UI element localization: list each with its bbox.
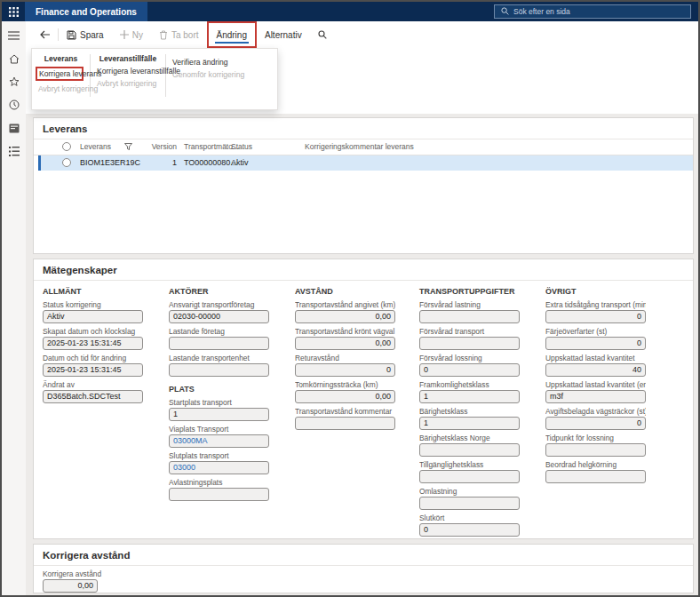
field-input[interactable] (295, 417, 395, 430)
field-input[interactable]: 2025-01-23 15:31:45 (43, 337, 143, 350)
field-input[interactable]: 1 (419, 417, 520, 430)
navigation-list-icon[interactable] (8, 145, 20, 157)
field-input[interactable]: 1 (169, 408, 269, 421)
field-input[interactable] (169, 488, 269, 501)
menu-group-header: Leveranstillfälle (97, 54, 159, 63)
field-input[interactable] (545, 443, 646, 457)
field-input[interactable]: 0,00 (295, 310, 395, 323)
field-group-header: AVSTÅND (295, 287, 395, 296)
home-icon[interactable] (8, 52, 20, 65)
menu-item-genomför-korrigering: Genomför korrigering (172, 70, 271, 79)
tab-ändring[interactable]: Ändring (207, 21, 257, 48)
table-row[interactable]: BIOM1E3ER19C1TO00000080...Aktiv (38, 155, 693, 171)
field-input[interactable] (169, 363, 269, 377)
korrigera-avstand-section: Korrigera avstånd Korrigera avstånd 0,00 (33, 544, 694, 593)
field-input[interactable]: 0 (295, 363, 395, 377)
mategenskaper-form: ALLMÄNTStatus korrigeringAktivSkapat dat… (34, 281, 693, 538)
field-beordrad-helgkörning: Beordrad helgkörning (545, 460, 646, 483)
field-label: Ansvarigt transportföretag (169, 300, 269, 309)
toolbar-button-label: Ta bort (171, 30, 199, 40)
field-avlastningsplats: Avlastningsplats (169, 478, 269, 501)
field-label: Ändrat av (43, 380, 143, 389)
form-column-3: TRANSPORTUPPGIFTERFörsvårad lastningFörs… (419, 287, 520, 539)
field-label: Status korrigering (43, 300, 143, 309)
field-label: Uppskattad lastad kvantitet (enhet) (545, 380, 646, 389)
menu-item-avbryt-korrigering: Avbryt korrigering (38, 84, 84, 93)
field-label: Färjeöverfarter (st) (545, 327, 646, 336)
grid-header-row: LeveransVersionTransportmäto...StatusKor… (34, 139, 693, 155)
tab-alternativ[interactable]: Alternativ (257, 21, 310, 48)
field-input[interactable]: 0 (545, 310, 646, 323)
column-header-ver[interactable]: Version (132, 139, 177, 155)
field-label: Avlastningsplats (169, 478, 269, 487)
field-label: Försvårad lastning (419, 300, 520, 309)
recent-clock-icon[interactable] (8, 99, 20, 111)
column-header-lev[interactable]: Leverans (80, 139, 111, 155)
row-select-radio[interactable] (62, 158, 71, 167)
leverans-section-title: Leverans (34, 118, 693, 139)
favorites-star-icon[interactable] (8, 76, 20, 88)
menu-group-header: Leverans (38, 54, 84, 63)
field-input[interactable] (545, 470, 646, 483)
hamburger-icon[interactable] (8, 29, 20, 42)
global-search-input[interactable]: Sök efter en sida (494, 4, 691, 19)
menu-item-verifiera-ändring[interactable]: Verifiera ändring (172, 58, 271, 67)
spara-button[interactable]: Spara (59, 21, 112, 48)
field-lastande-transportenhet: Lastande transportenhet (169, 354, 269, 377)
cell-transportmatometod: TO00000080... (184, 155, 237, 171)
field-input[interactable]: 0,00 (295, 390, 395, 403)
field-input[interactable]: 03000 (169, 461, 269, 474)
app-launcher-waffle-icon[interactable] (2, 2, 25, 21)
field-label: Tillgänglighetsklass (419, 460, 520, 469)
field-input[interactable] (419, 470, 520, 483)
field-försvårad-lastning: Försvårad lastning (419, 300, 520, 323)
field-label: Lastande företag (169, 327, 269, 336)
field-input[interactable]: Aktiv (43, 310, 143, 323)
toolbar-button-label: Spara (80, 30, 104, 40)
korrigera-avstand-input[interactable]: 0,00 (43, 579, 98, 593)
field-input[interactable]: 0,00 (295, 337, 395, 350)
field-input[interactable]: 1 (419, 390, 520, 403)
field-input[interactable]: 0 (419, 363, 520, 377)
select-all-radio[interactable] (62, 142, 71, 151)
field-input[interactable] (419, 310, 520, 323)
field-input[interactable]: 0 (545, 337, 646, 350)
field-input[interactable] (419, 337, 520, 350)
field-input[interactable]: 0 (419, 523, 520, 537)
field-label: Framkomlighetsklass (419, 380, 520, 389)
ta-bort-button: Ta bort (151, 21, 207, 48)
field-input[interactable]: 03000MA (169, 434, 269, 448)
column-header-kom[interactable]: Korrigeringskommentar leverans (305, 139, 414, 155)
field-label: Lastande transportenhet (169, 354, 269, 362)
field-tillgänglighetsklass: Tillgänglighetsklass (419, 460, 520, 483)
field-transportavstånd-angivet-km-: Transportavstånd angivet (km)0,00 (295, 300, 395, 323)
menu-item-korrigera-leverans[interactable]: Korrigera leverans (36, 67, 84, 81)
field-input[interactable]: 02030-00000 (169, 310, 269, 323)
field-input[interactable] (419, 443, 520, 457)
field-input[interactable]: 2025-01-23 15:31:45 (43, 363, 143, 377)
field-input[interactable]: D365Batch.SDCTest (43, 390, 143, 403)
workspaces-icon[interactable] (8, 122, 20, 134)
field-group-header: TRANSPORTUPPGIFTER (419, 287, 520, 296)
leverans-section: Leverans LeveransVersionTransportmäto...… (33, 117, 694, 254)
field-input[interactable] (169, 337, 269, 350)
field-label: Slutplats transport (169, 451, 269, 460)
mategenskaper-section: Mätegenskaper ALLMÄNTStatus korrigeringA… (33, 259, 694, 539)
form-column-4: ÖVRIGTExtra tidsåtgång transport (min)0F… (545, 287, 646, 487)
field-status-korrigering: Status korrigeringAktiv (43, 300, 143, 323)
filter-icon[interactable] (124, 143, 132, 152)
column-header-sta[interactable]: Status (231, 139, 252, 155)
field-input[interactable]: m3f (545, 390, 646, 403)
field-input[interactable]: 40 (545, 363, 646, 377)
menu-item-korrigera-leveranstillfälle[interactable]: Korrigera leveranstillfälle (97, 67, 159, 76)
field-group-allmänt: ALLMÄNTStatus korrigeringAktivSkapat dat… (43, 287, 143, 403)
field-input[interactable] (419, 497, 520, 510)
field-label: Transportavstånd krönt vägval (km) (295, 327, 395, 336)
app-title[interactable]: Finance and Operations (25, 2, 147, 21)
field-group-transportuppgifter: TRANSPORTUPPGIFTERFörsvårad lastningFörs… (419, 287, 520, 537)
back-button[interactable] (33, 21, 58, 48)
field-input[interactable]: 0 (545, 417, 646, 430)
toolbar-search-icon[interactable] (310, 21, 335, 48)
content-area: SparaNyTa bortÄndringAlternativ Leverans… (26, 21, 698, 595)
trash-icon (159, 30, 168, 40)
